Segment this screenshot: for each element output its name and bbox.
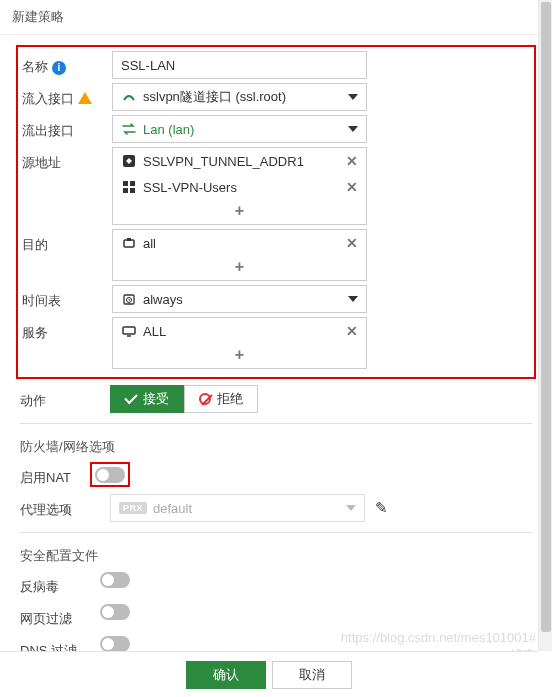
label-action: 动作	[20, 385, 110, 410]
label-proxy: 代理选项	[20, 494, 110, 519]
dnsfilter-toggle[interactable]	[100, 636, 130, 652]
label-source: 源地址	[22, 147, 112, 172]
dest-entry[interactable]: all ✕	[113, 230, 366, 256]
deny-icon	[199, 393, 211, 405]
label-outbound: 流出接口	[22, 115, 112, 140]
svg-rect-6	[124, 240, 134, 247]
label-service: 服务	[22, 317, 112, 342]
chevron-down-icon	[348, 126, 358, 132]
source-entry[interactable]: SSLVPN_TUNNEL_ADDR1 ✕	[113, 148, 366, 174]
address-icon	[121, 153, 137, 169]
label-web: 网页过滤	[20, 603, 100, 628]
label-schedule: 时间表	[22, 285, 112, 310]
prx-badge: PRX	[119, 502, 147, 514]
add-source-button[interactable]: +	[113, 200, 366, 224]
label-inbound: 流入接口	[22, 83, 112, 108]
edit-icon[interactable]: ✎	[375, 499, 388, 517]
group-icon	[121, 179, 137, 195]
webfilter-toggle[interactable]	[100, 604, 130, 620]
service-multibox[interactable]: ALL ✕ +	[112, 317, 367, 369]
switch-icon	[121, 121, 137, 137]
service-all-icon	[121, 323, 137, 339]
tunnel-icon	[121, 89, 137, 105]
outbound-select[interactable]: Lan (lan)	[112, 115, 367, 143]
warning-icon	[78, 92, 92, 104]
remove-icon[interactable]: ✕	[346, 323, 358, 339]
scrollbar[interactable]	[538, 0, 552, 651]
chevron-down-icon	[348, 296, 358, 302]
label-nat: 启用NAT	[20, 462, 90, 487]
svg-rect-10	[123, 327, 135, 334]
chevron-down-icon	[346, 505, 356, 511]
chevron-down-icon	[348, 94, 358, 100]
antivirus-toggle[interactable]	[100, 572, 130, 588]
all-address-icon	[121, 235, 137, 251]
remove-icon[interactable]: ✕	[346, 179, 358, 195]
action-reject-button[interactable]: 拒绝	[184, 385, 258, 413]
ok-button[interactable]: 确认	[186, 661, 266, 689]
scrollbar-thumb[interactable]	[541, 2, 551, 632]
dialog-title: 新建策略	[0, 0, 552, 35]
security-section-title: 安全配置文件	[20, 541, 532, 571]
info-icon: i	[52, 61, 66, 75]
svg-rect-5	[130, 188, 135, 193]
proxy-select: PRX default	[110, 494, 365, 522]
svg-rect-2	[123, 181, 128, 186]
remove-icon[interactable]: ✕	[346, 235, 358, 251]
nat-toggle[interactable]	[95, 467, 125, 483]
svg-rect-7	[127, 238, 131, 241]
add-dest-button[interactable]: +	[113, 256, 366, 280]
inbound-select[interactable]: sslvpn隧道接口 (ssl.root)	[112, 83, 367, 111]
schedule-select[interactable]: always	[112, 285, 367, 313]
source-entry[interactable]: SSL-VPN-Users ✕	[113, 174, 366, 200]
remove-icon[interactable]: ✕	[346, 153, 358, 169]
service-entry[interactable]: ALL ✕	[113, 318, 366, 344]
label-name: 名称i	[22, 51, 112, 76]
svg-rect-3	[130, 181, 135, 186]
cancel-button[interactable]: 取消	[272, 661, 352, 689]
dest-multibox[interactable]: all ✕ +	[112, 229, 367, 281]
clock-icon	[121, 291, 137, 307]
check-icon	[124, 390, 137, 403]
name-input[interactable]: SSL-LAN	[112, 51, 367, 79]
label-av: 反病毒	[20, 571, 100, 596]
source-multibox[interactable]: SSLVPN_TUNNEL_ADDR1 ✕ SSL-VPN-Users ✕ +	[112, 147, 367, 225]
svg-rect-4	[123, 188, 128, 193]
firewall-section-title: 防火墙/网络选项	[20, 432, 532, 462]
action-accept-button[interactable]: 接受	[110, 385, 184, 413]
add-service-button[interactable]: +	[113, 344, 366, 368]
label-dest: 目的	[22, 229, 112, 254]
